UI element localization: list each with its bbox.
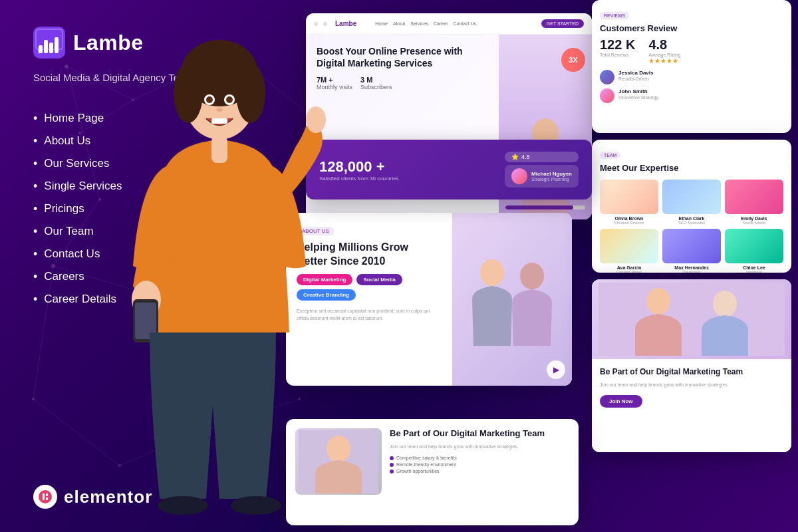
ss-review-title: Customers Review	[600, 23, 783, 33]
ss-rating-profile: ⭐ 4.8 Michael Nguyen Strategic Planning	[505, 152, 579, 188]
ss-member3-photo	[725, 180, 783, 214]
ss-collab-image: ▶	[452, 213, 572, 386]
ss-avg-rating: 4.8 Average Rating ★★★★★	[648, 37, 680, 65]
ss-careers-desc: Join our team and help brands grow with …	[390, 444, 569, 451]
ss-member4-photo	[600, 229, 658, 263]
svg-rect-52	[211, 136, 227, 163]
ss-careers-hero-img	[592, 279, 791, 359]
logo-icon	[33, 27, 65, 59]
ss-stat-2: 3 M Subscribers	[360, 76, 392, 90]
ss-member-6: Chloe Lee Designer	[725, 229, 783, 273]
ss-careers-cta-desc: Join our team and help brands grow with …	[600, 382, 783, 389]
ss-team-inner: TEAM Meet Our Expertise Olivia Brown Cre…	[592, 140, 791, 273]
svg-rect-45	[211, 118, 227, 124]
ss-badge: 3X	[561, 48, 585, 72]
svg-rect-30	[49, 43, 53, 53]
ss-member-5: Max Hernandez Developer	[662, 229, 721, 273]
svg-point-44	[216, 108, 223, 112]
ss-member-4: Ava Garcia Content Writer	[600, 229, 658, 273]
ss-hero-title: Boost Your Online Presence with Digital …	[317, 45, 488, 69]
ss-member6-photo	[725, 229, 783, 263]
ss-services-inner: ABOUT US Helping Millions Grow Better Si…	[286, 213, 572, 386]
svg-point-50	[158, 496, 208, 515]
ss-reviewer2-avatar	[600, 88, 614, 103]
svg-point-39	[236, 63, 265, 123]
ss-bottom-content: Be Part of Our Digital Marketing Team Jo…	[286, 419, 579, 525]
ss-careers-inner: Be Part of Our Digital Marketing Team Jo…	[592, 279, 791, 452]
ss-review-stats: 122 K Total Reviews 4.8 Average Rating ★…	[600, 37, 783, 65]
svg-rect-34	[46, 493, 48, 496]
ss-pill-2: Social Media	[356, 274, 402, 285]
ss-member2-photo	[662, 180, 721, 214]
svg-rect-58	[598, 283, 785, 356]
svg-point-46	[306, 106, 326, 133]
ss-careers-cta-title: Be Part of Our Digital Marketing Team	[600, 367, 783, 378]
screenshot-careers-cta: Be Part of Our Digital Marketing Team Jo…	[592, 279, 791, 452]
ss-play-btn[interactable]: ▶	[547, 360, 565, 379]
ss-member1-photo	[600, 180, 658, 214]
svg-point-43	[226, 96, 233, 103]
ss-big-stat: 128,000 + Satisfied clients from 30 coun…	[319, 158, 399, 182]
svg-rect-27	[33, 27, 65, 59]
ss-join-button[interactable]: Join Now	[600, 395, 642, 408]
ss-member-2: Ethan Clark SEO Specialist	[662, 180, 721, 225]
svg-point-55	[520, 263, 544, 289]
svg-point-54	[480, 259, 504, 286]
ss-member-3: Emily Davis Social Media	[725, 180, 783, 225]
screenshot-bottom: Be Part of Our Digital Marketing Team Jo…	[286, 419, 579, 525]
ss-list-item-2: Remote-friendly environment	[390, 462, 569, 467]
screenshot-reviews: REVIEWS Customers Review 122 K Total Rev…	[592, 0, 791, 133]
svg-point-32	[39, 490, 52, 503]
person-image	[113, 33, 326, 532]
ss-rating: ⭐ 4.8	[505, 152, 579, 162]
svg-rect-33	[43, 493, 45, 500]
ss-nav-links: Home About Services Career Contact Us	[375, 21, 476, 26]
svg-point-60	[713, 291, 737, 317]
ss-reviewer1-avatar	[600, 70, 614, 84]
svg-point-51	[231, 496, 281, 515]
svg-point-42	[206, 96, 213, 103]
ss-list-item-3: Growth opportunities	[390, 469, 569, 473]
elementor-icon	[33, 485, 57, 509]
svg-rect-29	[44, 40, 48, 53]
ss-careers-title: Be Part of Our Digital Marketing Team	[390, 428, 569, 440]
ss-profile-avatar	[511, 168, 527, 184]
ss-review-item-1: Jessica Davis Results-Driven	[600, 70, 783, 84]
ss-profile-card: Michael Nguyen Strategic Planning	[505, 165, 579, 188]
ss-review-items: Jessica Davis Results-Driven John Smith …	[600, 70, 783, 103]
ss-reviewer1-info: Jessica Davis Results-Driven	[618, 70, 654, 82]
ss-nav-bar: Lambe Home About Services Career Contact…	[306, 13, 592, 35]
ss-review-item-2: John Smith Innovative Strategy	[600, 88, 783, 103]
ss-careers-text: Be Part of Our Digital Marketing Team Jo…	[592, 359, 791, 452]
ss-cta-btn[interactable]: GET STARTED	[541, 19, 584, 28]
svg-rect-35	[46, 497, 48, 500]
ss-progress-fill	[505, 205, 573, 209]
ss-member-1: Olivia Brown Creative Director	[600, 180, 658, 225]
screenshot-stats-bar: 128,000 + Satisfied clients from 30 coun…	[306, 140, 592, 200]
ss-review-inner: REVIEWS Customers Review 122 K Total Rev…	[592, 0, 791, 111]
svg-rect-31	[55, 37, 59, 53]
ss-list-item-1: Competitive salary & benefits	[390, 456, 569, 460]
ss-total-reviews: 122 K Total Reviews	[600, 37, 635, 65]
svg-point-59	[646, 288, 670, 315]
ss-team-tag: TEAM	[600, 152, 620, 159]
ss-reviewer2-info: John Smith Innovative Strategy	[618, 88, 658, 101]
screenshots-area: Lambe Home About Services Career Contact…	[266, 0, 798, 532]
ss-bottom-right: Be Part of Our Digital Marketing Team Jo…	[390, 428, 569, 516]
ss-profile-info: Michael Nguyen Strategic Planning	[531, 171, 572, 182]
ss-review-tag: REVIEWS	[600, 12, 629, 19]
ss-hero-stats: 7M + Monthly visits 3 M Subscribers	[317, 76, 488, 90]
ss-team-title: Meet Our Expertise	[600, 163, 783, 173]
ss-careers-list: Competitive salary & benefits Remote-fri…	[390, 456, 569, 473]
ss-stars: ★★★★★	[648, 57, 680, 65]
svg-point-38	[174, 63, 203, 123]
screenshot-team: TEAM Meet Our Expertise Olivia Brown Cre…	[592, 140, 791, 273]
ss-logo: Lambe	[335, 20, 356, 27]
ss-member5-photo	[662, 229, 721, 263]
ss-team-grid: Olivia Brown Creative Director Ethan Cla…	[600, 180, 783, 273]
screenshot-services: ABOUT US Helping Millions Grow Better Si…	[286, 213, 572, 386]
ss-progress	[505, 205, 585, 209]
svg-point-57	[327, 436, 350, 462]
